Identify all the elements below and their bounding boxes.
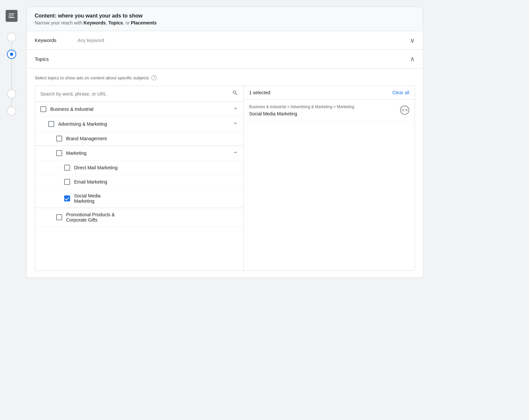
svg-rect-0 xyxy=(9,14,15,14)
checkbox-advertising[interactable] xyxy=(48,121,54,127)
topics-body: Select topics to show ads on content abo… xyxy=(27,68,423,277)
tree-item-business: Business & Industrial xyxy=(35,102,243,117)
expand-icon-business[interactable] xyxy=(233,106,238,112)
content-title: Content: where you want your ads to show xyxy=(35,13,415,19)
keywords-value: Any keyword xyxy=(78,38,410,43)
selected-header: 1 selected Clear all xyxy=(244,86,415,100)
tree-item-promotional: Promotional Products &Corporate Gifts xyxy=(35,208,243,227)
topics-chevron-icon[interactable]: ∧ xyxy=(410,55,415,63)
tree-item-advertising: Advertising & Marketing xyxy=(35,117,243,132)
tree-item-social-media: Social MediaMarketing xyxy=(35,189,243,208)
sidebar xyxy=(0,0,23,420)
picker-container: Business & Industrial Ad xyxy=(35,86,415,271)
search-bar xyxy=(35,86,243,102)
keywords-row[interactable]: Keywords Any keyword ∨ xyxy=(26,31,423,49)
content-title-suffix: where you want your ads to show xyxy=(57,13,142,19)
sidebar-radio-1[interactable] xyxy=(7,32,16,42)
topics-description-text: Select topics to show ads on content abo… xyxy=(35,75,149,80)
picker-right-panel: 1 selected Clear all Business & Industri… xyxy=(244,86,415,271)
sidebar-top-icon xyxy=(6,10,18,22)
selected-item-content: Business & Industrial > Advertising & Ma… xyxy=(249,104,396,116)
tree-item-row-business[interactable]: Business & Industrial xyxy=(35,102,243,116)
tree-item-row-direct-mail[interactable]: Direct Mail Marketing xyxy=(35,161,243,175)
tree-item-row-email[interactable]: Email Marketing xyxy=(35,175,243,189)
sidebar-radio-4[interactable] xyxy=(7,106,16,116)
topics-section: Topics ∧ Select topics to show ads on co… xyxy=(26,49,423,278)
help-icon[interactable]: ? xyxy=(151,75,157,80)
tree-item-row-brand[interactable]: Brand Management xyxy=(35,132,243,146)
checkbox-marketing[interactable] xyxy=(56,150,62,156)
checkbox-email[interactable] xyxy=(64,179,70,185)
svg-rect-2 xyxy=(9,17,15,18)
picker-left-panel: Business & Industrial Ad xyxy=(35,86,244,271)
tree-item-row-marketing[interactable]: Marketing xyxy=(35,146,243,160)
checkbox-brand[interactable] xyxy=(56,136,62,142)
item-label-business: Business & Industrial xyxy=(50,106,229,112)
content-title-bold: Content: xyxy=(35,13,57,19)
content-subtitle: Narrow your reach with Keywords, Topics,… xyxy=(35,20,415,25)
radio-group xyxy=(7,28,16,120)
sidebar-radio-3[interactable] xyxy=(7,89,16,99)
topics-header[interactable]: Topics ∧ xyxy=(27,50,423,68)
checkbox-direct-mail[interactable] xyxy=(64,165,70,171)
main-content: Content: where you want your ads to show… xyxy=(23,0,436,420)
checkbox-social-media[interactable] xyxy=(64,195,70,201)
bottom-spacer xyxy=(26,278,423,298)
search-input[interactable] xyxy=(40,91,229,97)
item-label-advertising: Advertising & Marketing xyxy=(58,121,229,127)
selected-count: 1 selected xyxy=(249,90,270,95)
checkbox-business[interactable] xyxy=(40,106,46,112)
tree-container: Business & Industrial Ad xyxy=(35,102,243,271)
tree-item-row-social-media[interactable]: Social MediaMarketing xyxy=(35,189,243,208)
expand-icon-marketing[interactable] xyxy=(233,150,238,156)
tree-item-brand: Brand Management xyxy=(35,132,243,146)
tree-item-marketing: Marketing xyxy=(35,146,243,161)
tree-item-email: Email Marketing xyxy=(35,175,243,189)
subtitle-placements: Placements xyxy=(131,20,157,25)
subtitle-sep1: , xyxy=(106,20,108,25)
item-label-direct-mail: Direct Mail Marketing xyxy=(74,165,238,170)
selected-item-social-media: Business & Industrial > Advertising & Ma… xyxy=(244,100,415,121)
item-label-marketing: Marketing xyxy=(66,150,229,156)
sidebar-radio-2[interactable] xyxy=(7,50,16,59)
content-header: Content: where you want your ads to show… xyxy=(26,7,423,31)
keywords-label: Keywords xyxy=(35,37,78,43)
topics-description: Select topics to show ads on content abo… xyxy=(35,75,415,80)
clear-all-button[interactable]: Clear all xyxy=(392,90,409,95)
keywords-chevron-icon[interactable]: ∨ xyxy=(410,36,415,44)
page-wrapper: Content: where you want your ads to show… xyxy=(0,0,529,420)
expand-icon-advertising[interactable] xyxy=(233,121,238,127)
subtitle-topics: Topics xyxy=(108,20,123,25)
tree-item-direct-mail: Direct Mail Marketing xyxy=(35,161,243,175)
item-label-email: Email Marketing xyxy=(74,179,238,185)
checkbox-promotional[interactable] xyxy=(56,214,62,220)
subtitle-prefix: Narrow your reach with xyxy=(35,20,84,25)
tree-item-row-promotional[interactable]: Promotional Products &Corporate Gifts xyxy=(35,208,243,227)
remove-item-button[interactable]: × xyxy=(400,105,409,115)
item-label-promotional: Promotional Products &Corporate Gifts xyxy=(66,212,238,223)
item-label-brand: Brand Management xyxy=(66,136,238,141)
subtitle-or: , or xyxy=(123,20,131,25)
tree-item-row-advertising[interactable]: Advertising & Marketing xyxy=(35,117,243,131)
topics-title: Topics xyxy=(35,56,49,62)
search-icon xyxy=(232,90,238,98)
selected-item-breadcrumb: Business & Industrial > Advertising & Ma… xyxy=(249,104,396,110)
subtitle-keywords: Keywords xyxy=(84,20,106,25)
item-label-social-media: Social MediaMarketing xyxy=(74,193,238,204)
selected-item-name: Social Media Marketing xyxy=(249,111,396,116)
svg-rect-1 xyxy=(9,16,13,16)
